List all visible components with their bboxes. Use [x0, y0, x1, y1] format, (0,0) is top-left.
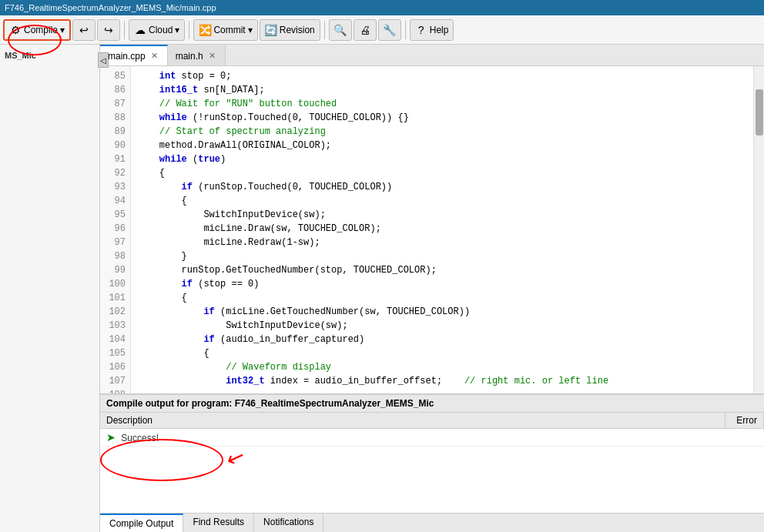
- title-bar: F746_RealtimeSpectrumAnalyzer_MEMS_Mic/m…: [0, 0, 764, 15]
- sidebar-label: MS_Mic: [0, 45, 99, 66]
- redo-icon: ↪: [102, 24, 115, 36]
- search-button[interactable]: 🔍: [329, 19, 352, 41]
- tab-bar: main.cpp ✕ main.h ✕: [100, 45, 764, 66]
- tool-icon: 🔧: [384, 24, 396, 36]
- help-button[interactable]: ? Help: [410, 19, 454, 41]
- tab-main-cpp-close[interactable]: ✕: [149, 51, 159, 61]
- cloud-button[interactable]: ☁ Cloud ▾: [129, 19, 185, 41]
- tab-main-cpp[interactable]: main.cpp ✕: [100, 45, 168, 65]
- cloud-dropdown-arrow: ▾: [175, 25, 179, 35]
- col-description: Description: [100, 413, 725, 429]
- col-error: Error: [725, 413, 764, 429]
- revision-label: Revision: [280, 25, 315, 35]
- print-button[interactable]: 🖨: [354, 19, 377, 41]
- toolbar-separator-3: [324, 21, 325, 39]
- cloud-label: Cloud: [149, 25, 173, 35]
- toolbar: ⚙ Compile ▾ ↩ ↪ ☁ Cloud ▾ 🔀 Commit ▾ 🔄 R…: [0, 15, 764, 45]
- compile-icon: ⚙: [9, 24, 22, 36]
- compile-dropdown-arrow[interactable]: ▾: [60, 25, 65, 35]
- undo-button[interactable]: ↩: [72, 19, 96, 41]
- code-content[interactable]: int stop = 0; int16_t sn[N_DATA]; // Wai…: [131, 66, 753, 393]
- tab-main-h-label: main.h: [176, 51, 203, 62]
- tool-button[interactable]: 🔧: [378, 19, 401, 41]
- title-text: F746_RealtimeSpectrumAnalyzer_MEMS_Mic/m…: [5, 3, 216, 12]
- output-table: Description Error ➤ Success!: [100, 413, 764, 513]
- toolbar-separator-2: [189, 21, 189, 39]
- redo-button[interactable]: ↪: [97, 19, 120, 41]
- success-icon: ➤: [106, 431, 116, 443]
- revision-icon: 🔄: [265, 24, 277, 36]
- toolbar-separator-1: [124, 21, 125, 39]
- search-icon: 🔍: [334, 24, 347, 36]
- cloud-icon: ☁: [134, 24, 146, 36]
- compile-label: Compile: [24, 25, 58, 35]
- bottom-tab-find[interactable]: Find Results: [183, 514, 254, 532]
- output-row-success: ➤ Success!: [100, 429, 764, 447]
- bottom-panel: Compile output for program: F746_Realtim…: [100, 393, 764, 532]
- print-icon: 🖨: [359, 24, 371, 36]
- commit-label: Commit: [213, 25, 245, 35]
- success-cell: ➤ Success!: [100, 429, 725, 447]
- bottom-tab-notifications[interactable]: Notifications: [254, 514, 323, 532]
- scroll-indicator[interactable]: [753, 66, 764, 393]
- tab-main-cpp-label: main.cpp: [108, 51, 146, 62]
- toolbar-separator-4: [405, 21, 406, 39]
- commit-dropdown-arrow: ▾: [248, 25, 253, 35]
- bottom-tab-compile[interactable]: Compile Output: [100, 514, 183, 532]
- success-text: Success!: [121, 433, 159, 443]
- bottom-tabs: Compile Output Find Results Notification…: [100, 513, 764, 532]
- revision-button[interactable]: 🔄 Revision: [260, 19, 320, 41]
- undo-icon: ↩: [78, 24, 90, 36]
- sidebar: ◁ MS_Mic: [0, 45, 100, 532]
- help-icon: ?: [415, 24, 427, 36]
- commit-button[interactable]: 🔀 Commit ▾: [193, 19, 257, 41]
- tab-main-h[interactable]: main.h ✕: [168, 45, 226, 65]
- code-editor[interactable]: 8586878889909192939495969798991001011021…: [100, 66, 764, 393]
- line-numbers: 8586878889909192939495969798991001011021…: [100, 66, 131, 393]
- tab-main-h-close[interactable]: ✕: [207, 51, 217, 61]
- commit-icon: 🔀: [199, 24, 211, 36]
- compile-button[interactable]: ⚙ Compile ▾: [3, 19, 71, 41]
- sidebar-collapse-button[interactable]: ◁: [98, 52, 109, 68]
- main-container: ◁ MS_Mic main.cpp ✕ main.h ✕ 85868788899…: [0, 45, 764, 532]
- output-header: Compile output for program: F746_Realtim…: [100, 395, 764, 413]
- help-label: Help: [430, 25, 449, 35]
- error-cell: [725, 429, 764, 447]
- editor-area: main.cpp ✕ main.h ✕ 85868788899091929394…: [100, 45, 764, 532]
